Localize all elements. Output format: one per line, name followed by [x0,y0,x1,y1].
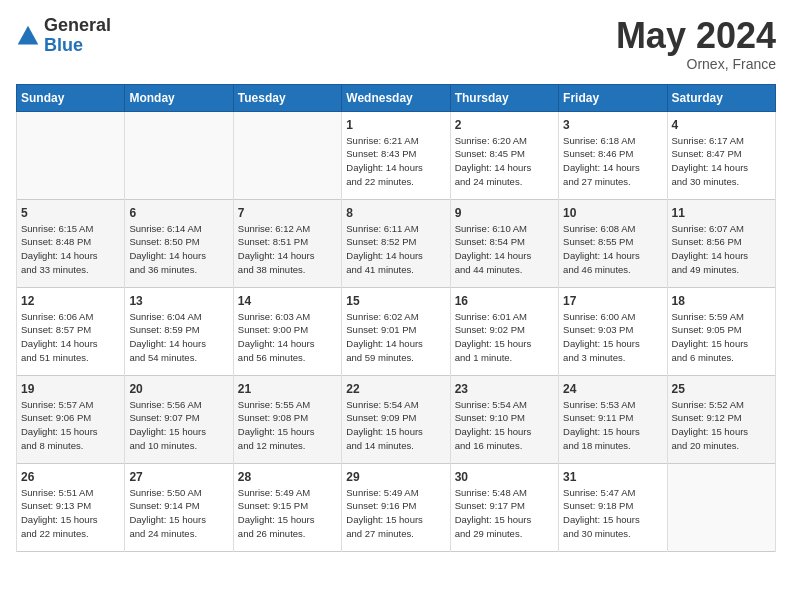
calendar-cell: 1Sunrise: 6:21 AM Sunset: 8:43 PM Daylig… [342,111,450,199]
cell-content: Sunrise: 5:59 AM Sunset: 9:05 PM Dayligh… [672,310,771,365]
cell-content: Sunrise: 6:07 AM Sunset: 8:56 PM Dayligh… [672,222,771,277]
day-number: 18 [672,294,771,308]
calendar-cell: 8Sunrise: 6:11 AM Sunset: 8:52 PM Daylig… [342,199,450,287]
cell-content: Sunrise: 6:15 AM Sunset: 8:48 PM Dayligh… [21,222,120,277]
cell-content: Sunrise: 5:49 AM Sunset: 9:15 PM Dayligh… [238,486,337,541]
day-number: 8 [346,206,445,220]
day-number: 30 [455,470,554,484]
calendar-cell: 28Sunrise: 5:49 AM Sunset: 9:15 PM Dayli… [233,463,341,551]
calendar-cell: 2Sunrise: 6:20 AM Sunset: 8:45 PM Daylig… [450,111,558,199]
cell-content: Sunrise: 5:47 AM Sunset: 9:18 PM Dayligh… [563,486,662,541]
calendar-cell: 4Sunrise: 6:17 AM Sunset: 8:47 PM Daylig… [667,111,775,199]
svg-marker-0 [18,26,39,45]
day-number: 31 [563,470,662,484]
logo-text: General Blue [44,16,111,56]
day-number: 28 [238,470,337,484]
calendar-cell: 14Sunrise: 6:03 AM Sunset: 9:00 PM Dayli… [233,287,341,375]
logo-general-text: General [44,16,111,36]
day-number: 12 [21,294,120,308]
calendar-week-row: 5Sunrise: 6:15 AM Sunset: 8:48 PM Daylig… [17,199,776,287]
calendar-cell [667,463,775,551]
calendar-cell [125,111,233,199]
day-number: 26 [21,470,120,484]
cell-content: Sunrise: 6:01 AM Sunset: 9:02 PM Dayligh… [455,310,554,365]
cell-content: Sunrise: 5:54 AM Sunset: 9:10 PM Dayligh… [455,398,554,453]
col-thursday: Thursday [450,84,558,111]
day-number: 29 [346,470,445,484]
day-number: 21 [238,382,337,396]
calendar-cell: 26Sunrise: 5:51 AM Sunset: 9:13 PM Dayli… [17,463,125,551]
day-number: 11 [672,206,771,220]
calendar-cell: 10Sunrise: 6:08 AM Sunset: 8:55 PM Dayli… [559,199,667,287]
day-number: 17 [563,294,662,308]
calendar-week-row: 12Sunrise: 6:06 AM Sunset: 8:57 PM Dayli… [17,287,776,375]
calendar-cell [233,111,341,199]
day-number: 24 [563,382,662,396]
calendar-cell: 29Sunrise: 5:49 AM Sunset: 9:16 PM Dayli… [342,463,450,551]
col-saturday: Saturday [667,84,775,111]
col-sunday: Sunday [17,84,125,111]
cell-content: Sunrise: 5:55 AM Sunset: 9:08 PM Dayligh… [238,398,337,453]
calendar-cell: 19Sunrise: 5:57 AM Sunset: 9:06 PM Dayli… [17,375,125,463]
day-number: 5 [21,206,120,220]
calendar-cell: 24Sunrise: 5:53 AM Sunset: 9:11 PM Dayli… [559,375,667,463]
day-number: 2 [455,118,554,132]
calendar-cell: 7Sunrise: 6:12 AM Sunset: 8:51 PM Daylig… [233,199,341,287]
calendar-cell: 17Sunrise: 6:00 AM Sunset: 9:03 PM Dayli… [559,287,667,375]
calendar-cell: 3Sunrise: 6:18 AM Sunset: 8:46 PM Daylig… [559,111,667,199]
day-number: 1 [346,118,445,132]
calendar-cell: 31Sunrise: 5:47 AM Sunset: 9:18 PM Dayli… [559,463,667,551]
cell-content: Sunrise: 6:21 AM Sunset: 8:43 PM Dayligh… [346,134,445,189]
cell-content: Sunrise: 6:06 AM Sunset: 8:57 PM Dayligh… [21,310,120,365]
cell-content: Sunrise: 6:04 AM Sunset: 8:59 PM Dayligh… [129,310,228,365]
cell-content: Sunrise: 5:53 AM Sunset: 9:11 PM Dayligh… [563,398,662,453]
day-number: 3 [563,118,662,132]
cell-content: Sunrise: 6:08 AM Sunset: 8:55 PM Dayligh… [563,222,662,277]
day-number: 16 [455,294,554,308]
calendar-cell: 6Sunrise: 6:14 AM Sunset: 8:50 PM Daylig… [125,199,233,287]
calendar-cell: 30Sunrise: 5:48 AM Sunset: 9:17 PM Dayli… [450,463,558,551]
col-wednesday: Wednesday [342,84,450,111]
cell-content: Sunrise: 5:50 AM Sunset: 9:14 PM Dayligh… [129,486,228,541]
calendar-cell [17,111,125,199]
cell-content: Sunrise: 6:18 AM Sunset: 8:46 PM Dayligh… [563,134,662,189]
calendar-cell: 5Sunrise: 6:15 AM Sunset: 8:48 PM Daylig… [17,199,125,287]
cell-content: Sunrise: 5:56 AM Sunset: 9:07 PM Dayligh… [129,398,228,453]
day-number: 6 [129,206,228,220]
calendar-cell: 25Sunrise: 5:52 AM Sunset: 9:12 PM Dayli… [667,375,775,463]
day-number: 7 [238,206,337,220]
calendar-cell: 16Sunrise: 6:01 AM Sunset: 9:02 PM Dayli… [450,287,558,375]
calendar-cell: 22Sunrise: 5:54 AM Sunset: 9:09 PM Dayli… [342,375,450,463]
header-row: Sunday Monday Tuesday Wednesday Thursday… [17,84,776,111]
title-area: May 2024 Ornex, France [616,16,776,72]
day-number: 27 [129,470,228,484]
calendar-week-row: 1Sunrise: 6:21 AM Sunset: 8:43 PM Daylig… [17,111,776,199]
calendar-cell: 11Sunrise: 6:07 AM Sunset: 8:56 PM Dayli… [667,199,775,287]
day-number: 9 [455,206,554,220]
calendar-table: Sunday Monday Tuesday Wednesday Thursday… [16,84,776,552]
cell-content: Sunrise: 6:17 AM Sunset: 8:47 PM Dayligh… [672,134,771,189]
calendar-cell: 15Sunrise: 6:02 AM Sunset: 9:01 PM Dayli… [342,287,450,375]
calendar-header: Sunday Monday Tuesday Wednesday Thursday… [17,84,776,111]
col-monday: Monday [125,84,233,111]
cell-content: Sunrise: 6:12 AM Sunset: 8:51 PM Dayligh… [238,222,337,277]
cell-content: Sunrise: 6:14 AM Sunset: 8:50 PM Dayligh… [129,222,228,277]
col-friday: Friday [559,84,667,111]
logo-blue-text: Blue [44,36,111,56]
day-number: 15 [346,294,445,308]
day-number: 4 [672,118,771,132]
calendar-cell: 12Sunrise: 6:06 AM Sunset: 8:57 PM Dayli… [17,287,125,375]
month-title: May 2024 [616,16,776,56]
cell-content: Sunrise: 6:02 AM Sunset: 9:01 PM Dayligh… [346,310,445,365]
cell-content: Sunrise: 5:57 AM Sunset: 9:06 PM Dayligh… [21,398,120,453]
cell-content: Sunrise: 6:11 AM Sunset: 8:52 PM Dayligh… [346,222,445,277]
cell-content: Sunrise: 6:20 AM Sunset: 8:45 PM Dayligh… [455,134,554,189]
day-number: 20 [129,382,228,396]
cell-content: Sunrise: 5:48 AM Sunset: 9:17 PM Dayligh… [455,486,554,541]
logo: General Blue [16,16,111,56]
day-number: 10 [563,206,662,220]
cell-content: Sunrise: 6:03 AM Sunset: 9:00 PM Dayligh… [238,310,337,365]
cell-content: Sunrise: 5:52 AM Sunset: 9:12 PM Dayligh… [672,398,771,453]
cell-content: Sunrise: 5:54 AM Sunset: 9:09 PM Dayligh… [346,398,445,453]
day-number: 25 [672,382,771,396]
